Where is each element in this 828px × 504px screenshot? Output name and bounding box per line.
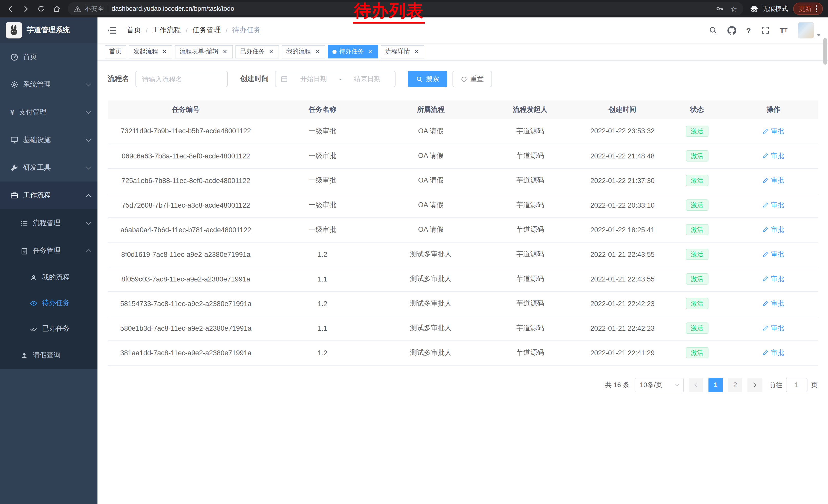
breadcrumb-workflow[interactable]: 工作流程 [152,26,181,35]
goto-page: 前往 页 [769,378,818,392]
close-icon[interactable] [161,48,168,55]
breadcrumb-home[interactable]: 首页 [127,26,141,35]
table-row[interactable]: 725a1eb6-7b88-11ec-8ef0-acde48001122 一级审… [108,168,818,193]
cell-task-name: 一级审批 [264,144,381,168]
browser-forward-icon[interactable] [18,2,33,16]
start-date-placeholder: 开始日期 [291,74,336,84]
chevron-down-icon [675,382,679,386]
prev-page-button[interactable] [689,378,703,392]
breadcrumb-separator: / [146,26,148,34]
sidebar-item-process-mgmt[interactable]: 流程管理 [0,209,97,237]
browser-back-icon[interactable] [3,2,17,16]
sidebar-item-home[interactable]: 首页 [0,43,97,71]
close-icon[interactable] [412,48,420,55]
help-icon[interactable]: ? [746,27,751,34]
avatar[interactable] [798,22,814,39]
status-badge: 激活 [686,347,708,358]
approve-button[interactable]: 审批 [762,176,784,185]
table-row[interactable]: 75d72608-7b7f-11ec-a3c8-acde48001122 一级审… [108,193,818,217]
approve-button[interactable]: 审批 [762,151,784,161]
close-icon[interactable] [366,48,373,55]
browser-reload-icon[interactable] [34,2,48,16]
sidebar-item-payment[interactable]: ¥ 支付管理 [0,98,97,126]
security-warning-icon[interactable] [74,5,81,12]
approve-button[interactable]: 审批 [762,299,784,308]
sidebar-item-label: 任务管理 [33,246,60,255]
close-icon[interactable] [314,48,321,55]
sidebar-item-infra[interactable]: 基础设施 [0,126,97,154]
fullscreen-icon[interactable] [761,26,769,34]
table-row[interactable]: 8f059c03-7ac8-11ec-a9e2-a2380e71991a 1.1… [108,267,818,291]
sidebar-item-leave-query[interactable]: 请假查询 [0,341,97,369]
browser-nav-buttons [3,2,64,16]
approve-button[interactable]: 审批 [762,274,784,283]
tab-label: 我的流程 [286,47,311,56]
omnibox-divider [108,5,108,12]
table-row[interactable]: 73211d9d-7b9b-11ec-b5b7-acde48001122 一级审… [108,119,818,144]
tab-my-process[interactable]: 我的流程 [282,45,325,58]
sidebar-item-task-mgmt[interactable]: 任务管理 [0,237,97,265]
reset-button[interactable]: 重置 [452,71,492,87]
tab-done-tasks[interactable]: 已办任务 [236,45,279,58]
col-initiator: 流程发起人 [481,100,580,119]
bookmark-star-icon[interactable]: ☆ [730,5,737,12]
next-page-button[interactable] [747,378,762,392]
browser-right-cluster: 无痕模式 更新 [747,3,825,15]
close-icon[interactable] [221,48,228,55]
sidebar-item-todo-tasks[interactable]: 待办任务 [0,290,97,316]
goto-page-input[interactable] [786,378,808,392]
table-row[interactable]: 58154733-7ac8-11ec-a9e2-a2380e71991a 1.2… [108,291,818,316]
date-range-picker[interactable]: 开始日期 - 结束日期 [275,71,396,87]
page-button-2[interactable]: 2 [728,378,742,392]
browser-update-button[interactable]: 更新 [793,3,823,15]
app-logo[interactable]: 芋道管理系统 [0,17,97,43]
cell-task-id: 381aa1dd-7ac8-11ec-a9e2-a2380e71991a [108,340,264,365]
cell-created: 2022-01-21 22:42:23 [580,291,665,316]
approve-button[interactable]: 审批 [762,127,784,136]
search-button[interactable]: 搜索 [408,71,447,87]
browser-menu-icon[interactable] [812,5,821,12]
cell-action: 审批 [729,242,818,267]
cell-created: 2022-01-21 22:41:29 [580,340,665,365]
process-name-input[interactable] [135,71,228,87]
cell-action: 审批 [729,168,818,193]
table-row[interactable]: 069c6a63-7b8a-11ec-8ef0-acde48001122 一级审… [108,144,818,168]
double-check-icon [30,325,37,332]
sidebar-item-my-process[interactable]: 我的流程 [0,265,97,290]
sidebar-item-workflow[interactable]: 工作流程 [0,182,97,209]
sidebar-item-devtools[interactable]: 研发工具 [0,154,97,182]
tab-start-process[interactable]: 发起流程 [129,45,172,58]
approve-button[interactable]: 审批 [762,348,784,357]
tab-todo-tasks[interactable]: 待办任务 [328,45,378,58]
table-row[interactable]: 580e1b3d-7ac8-11ec-a9e2-a2380e71991a 1.1… [108,316,818,340]
user-menu[interactable] [798,22,821,39]
sidebar-item-done-tasks[interactable]: 已办任务 [0,316,97,341]
table-row[interactable]: a6aba0a4-7b6d-11ec-b781-acde48001122 一级审… [108,217,818,242]
breadcrumb-task-mgmt[interactable]: 任务管理 [192,26,221,35]
cell-task-name: 1.1 [264,316,381,340]
page-button-1[interactable]: 1 [708,378,723,392]
sidebar-item-system[interactable]: 系统管理 [0,71,97,98]
approve-button[interactable]: 审批 [762,200,784,210]
approve-button[interactable]: 审批 [762,250,784,259]
tab-home[interactable]: 首页 [105,45,126,58]
end-date-placeholder: 结束日期 [344,74,390,84]
approve-button[interactable]: 审批 [762,225,784,234]
cell-initiator: 芋道源码 [481,119,580,144]
tab-form-edit[interactable]: 流程表单-编辑 [175,45,233,58]
page-size-select[interactable]: 10条/页 [634,378,684,392]
tab-process-detail[interactable]: 流程详情 [381,45,424,58]
browser-home-icon[interactable] [49,2,64,16]
github-icon[interactable] [727,26,736,35]
goto-label: 前往 [769,380,782,390]
sidebar-toggle-icon[interactable] [105,26,120,35]
table-row[interactable]: 8f0d1619-7ac8-11ec-a9e2-a2380e71991a 1.2… [108,242,818,267]
approve-button[interactable]: 审批 [762,324,784,333]
table-row[interactable]: 381aa1dd-7ac8-11ec-a9e2-a2380e71991a 1.2… [108,340,818,365]
search-icon[interactable] [709,26,717,34]
status-badge: 激活 [686,224,708,235]
key-icon[interactable] [715,5,723,13]
font-size-icon[interactable]: TT [780,27,787,34]
scrollbar-thumb[interactable] [823,38,827,64]
close-icon[interactable] [267,48,275,55]
